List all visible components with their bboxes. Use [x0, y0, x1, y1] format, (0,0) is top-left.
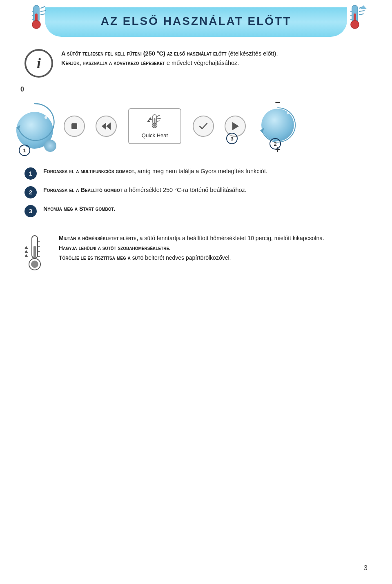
- svg-marker-39: [24, 250, 28, 253]
- set-knob-wrapper: 2: [261, 109, 294, 141]
- check-button[interactable]: [193, 116, 214, 137]
- svg-point-26: [153, 124, 156, 127]
- thermo-bottom-icon: [24, 234, 49, 280]
- svg-point-11: [351, 20, 359, 29]
- step-3-text: Nyomja meg a Start gombot.: [43, 204, 116, 214]
- step-2-bold: Forgassa el a Beállító gombot: [43, 187, 122, 193]
- info-text: A sütőt teljesen fel kell fűteni (250 °C…: [61, 49, 278, 68]
- svg-point-37: [31, 261, 38, 268]
- badge-3: 3: [226, 133, 238, 144]
- info-icon: i: [24, 49, 53, 78]
- svg-marker-21: [106, 123, 111, 130]
- quick-heat-label: Quick Heat: [139, 132, 171, 138]
- start-button-wrapper: 3: [221, 116, 249, 137]
- svg-marker-22: [102, 123, 106, 130]
- step-badge-2: 2: [24, 186, 37, 198]
- steps-section: 1 Forgassa el a multifunkciós gombot, am…: [24, 167, 368, 217]
- diagram-section: 0 1: [16, 86, 376, 154]
- step-2-rest: a hőmérséklet 250 °C-ra történő beállítá…: [124, 187, 247, 193]
- step-1-text: Forgassa el a multifunkciós gombot, amíg…: [43, 167, 267, 176]
- svg-line-29: [157, 121, 160, 121]
- svg-marker-32: [232, 122, 239, 130]
- info-p1-rest: (ételkészítés előtt).: [228, 50, 278, 57]
- svg-line-5: [41, 14, 45, 15]
- zero-label: 0: [20, 86, 24, 93]
- info-p1-bold: A sütőt teljesen fel kell fűteni (250 °C…: [61, 50, 227, 57]
- page-header: AZ ELSŐ HASZNÁLAT ELŐTT: [45, 7, 347, 37]
- svg-line-27: [157, 115, 160, 116]
- bottom-note-3-bold: Törölje le és tisztítsa meg a sütő: [59, 254, 143, 261]
- svg-marker-38: [24, 254, 28, 257]
- quick-heat-box: Quick Heat: [128, 108, 181, 144]
- bottom-note-1-rest: a sütő fenntartja a beállított hőmérsékl…: [140, 235, 324, 241]
- svg-rect-24: [154, 118, 156, 125]
- step-2-text: Forgassa el a Beállító gombot a hőmérsék…: [43, 185, 247, 195]
- step-1: 1 Forgassa el a multifunkciós gombot, am…: [24, 167, 368, 180]
- step-2: 2 Forgassa el a Beállító gombot a hőmérs…: [24, 185, 368, 198]
- svg-marker-40: [24, 246, 28, 249]
- badge-2: 2: [270, 138, 281, 149]
- bottom-note-2: Hagyja lehűlni a sütőt szobahőmérsékletr…: [59, 245, 171, 251]
- svg-line-4: [41, 11, 46, 11]
- thermo-icon-left: [24, 3, 49, 33]
- page-number: 3: [364, 564, 368, 572]
- info-p2-rest: e művelet végrehajtásához.: [167, 60, 239, 66]
- rewind-button[interactable]: [96, 116, 117, 137]
- svg-rect-20: [71, 123, 77, 129]
- svg-marker-19: [16, 125, 20, 130]
- thermo-icon-right: [343, 3, 368, 33]
- badge-1: 1: [19, 145, 30, 156]
- svg-rect-35: [33, 246, 36, 259]
- bottom-text: Miután a hőmérsékletet elérte, a sütő fe…: [59, 234, 324, 263]
- step-1-bold: Forgassa el a multifunkciós gombot,: [43, 168, 136, 174]
- step-badge-3: 3: [24, 205, 37, 217]
- svg-line-13: [359, 11, 364, 11]
- svg-point-2: [32, 20, 40, 29]
- stop-button[interactable]: [64, 116, 85, 137]
- quick-heat-icon: [139, 114, 171, 131]
- info-p2-bold: Kérjük, használja a következő lépéseket: [61, 60, 165, 66]
- step-3-bold: Nyomja meg a Start gombot.: [43, 205, 116, 212]
- svg-line-3: [41, 7, 45, 8]
- info-section: i A sütőt teljesen fel kell fűteni (250 …: [24, 49, 368, 78]
- page-title: AZ ELSŐ HASZNÁLAT ELŐTT: [61, 15, 331, 28]
- bottom-note-3-rest: belterét nedves papírtörölközővel.: [145, 254, 231, 261]
- multifunc-knob[interactable]: 1: [16, 104, 53, 149]
- step-3: 3 Nyomja meg a Start gombot.: [24, 204, 368, 217]
- svg-marker-31: [149, 117, 152, 120]
- bottom-note-section: Miután a hőmérsékletet elérte, a sütő fe…: [24, 234, 368, 280]
- svg-marker-30: [147, 120, 150, 122]
- svg-line-28: [157, 118, 160, 119]
- bottom-note-1-bold: Miután a hőmérsékletet elérte,: [59, 235, 138, 241]
- svg-line-14: [359, 14, 363, 15]
- step-1-rest: amíg meg nem találja a Gyors melegítés f…: [138, 168, 267, 174]
- step-badge-1: 1: [24, 167, 37, 180]
- svg-marker-33: [260, 128, 264, 133]
